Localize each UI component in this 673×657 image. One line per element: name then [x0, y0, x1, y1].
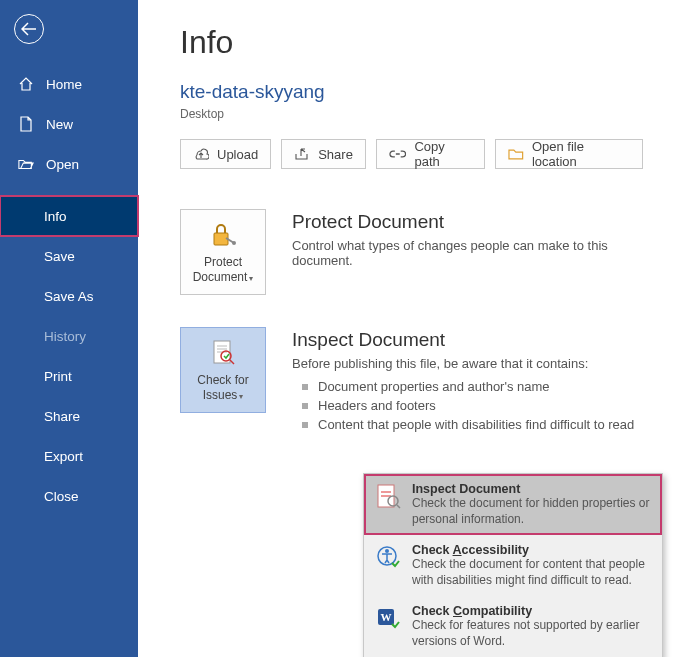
chevron-down-icon: ▾: [249, 274, 253, 283]
copy-path-button[interactable]: Copy path: [376, 139, 485, 169]
backstage-sidebar: Home New Open Info Save Save As History …: [0, 0, 138, 657]
open-folder-icon: [18, 156, 34, 172]
upload-icon: [193, 147, 209, 161]
inspect-title: Inspect Document: [292, 329, 643, 351]
check-issues-dropdown: Inspect Document Check the document for …: [363, 473, 663, 657]
svg-rect-5: [381, 491, 391, 493]
dropdown-check-accessibility[interactable]: Check Accessibility Check the document f…: [364, 535, 662, 596]
page-title: Info: [180, 24, 643, 61]
inspect-doc-icon: [374, 482, 402, 510]
dropdown-item-title: Check Compatibility: [412, 604, 652, 618]
folder-icon: [508, 148, 524, 160]
dropdown-item-title: Check Accessibility: [412, 543, 652, 557]
protect-desc: Control what types of changes people can…: [292, 238, 643, 268]
nav-label: Export: [44, 449, 83, 464]
accessibility-icon: [374, 543, 402, 571]
nav-label: Home: [46, 77, 82, 92]
action-label: Upload: [217, 147, 258, 162]
nav-home[interactable]: Home: [0, 64, 138, 104]
document-name[interactable]: kte-data-skyyang: [180, 81, 643, 103]
dropdown-check-compatibility[interactable]: W Check Compatibility Check for features…: [364, 596, 662, 657]
action-label: Open file location: [532, 139, 630, 169]
open-location-button[interactable]: Open file location: [495, 139, 643, 169]
action-label: Share: [318, 147, 353, 162]
nav-label: Open: [46, 157, 79, 172]
svg-text:W: W: [381, 611, 392, 623]
nav-new[interactable]: New: [0, 104, 138, 144]
nav-saveas[interactable]: Save As: [0, 276, 138, 316]
nav-history: History: [0, 316, 138, 356]
word-compat-icon: W: [374, 604, 402, 632]
nav-save[interactable]: Save: [0, 236, 138, 276]
dropdown-item-desc: Check the document for content that peop…: [412, 557, 652, 588]
nav-close[interactable]: Close: [0, 476, 138, 516]
dropdown-item-desc: Check for features not supported by earl…: [412, 618, 652, 649]
link-icon: [389, 149, 407, 159]
check-for-issues-button[interactable]: Check forIssues▾: [180, 327, 266, 413]
action-row: Upload Share Copy path Open file locatio…: [180, 139, 643, 169]
bullet-item: Content that people with disabilities fi…: [296, 415, 643, 434]
protect-document-button[interactable]: ProtectDocument▾: [180, 209, 266, 295]
protect-title: Protect Document: [292, 211, 643, 233]
nav-label: Close: [44, 489, 79, 504]
nav-label: Info: [44, 209, 67, 224]
chevron-down-icon: ▾: [239, 392, 243, 401]
action-label: Copy path: [414, 139, 472, 169]
document-location: Desktop: [180, 107, 643, 121]
inspect-bullets: Document properties and author's name He…: [296, 377, 643, 434]
dropdown-inspect-document[interactable]: Inspect Document Check the document for …: [364, 474, 662, 535]
upload-button[interactable]: Upload: [180, 139, 271, 169]
nav-label: Print: [44, 369, 72, 384]
svg-point-1: [232, 241, 236, 245]
inspect-doc-icon: [208, 338, 238, 368]
back-button[interactable]: [14, 14, 44, 44]
nav-label: New: [46, 117, 73, 132]
nav-label: Share: [44, 409, 80, 424]
dropdown-item-desc: Check the document for hidden properties…: [412, 496, 652, 527]
nav-export[interactable]: Export: [0, 436, 138, 476]
nav-print[interactable]: Print: [0, 356, 138, 396]
new-doc-icon: [18, 116, 34, 132]
inspect-desc: Before publishing this file, be aware th…: [292, 356, 643, 371]
home-icon: [18, 76, 34, 92]
nav-label: Save: [44, 249, 75, 264]
main-panel: Info kte-data-skyyang Desktop Upload Sha…: [138, 0, 673, 657]
inspect-section: Check forIssues▾ Inspect Document Before…: [180, 327, 643, 434]
dropdown-item-title: Inspect Document: [412, 482, 652, 496]
share-icon: [294, 147, 310, 161]
lock-icon: [208, 220, 238, 250]
bullet-item: Document properties and author's name: [296, 377, 643, 396]
nav-info[interactable]: Info: [0, 196, 138, 236]
protect-section: ProtectDocument▾ Protect Document Contro…: [180, 209, 643, 295]
nav-label: History: [44, 329, 86, 344]
nav-share[interactable]: Share: [0, 396, 138, 436]
nav-open[interactable]: Open: [0, 144, 138, 184]
share-button[interactable]: Share: [281, 139, 366, 169]
svg-point-9: [385, 549, 389, 553]
arrow-left-icon: [21, 22, 37, 36]
bullet-item: Headers and footers: [296, 396, 643, 415]
nav-label: Save As: [44, 289, 94, 304]
